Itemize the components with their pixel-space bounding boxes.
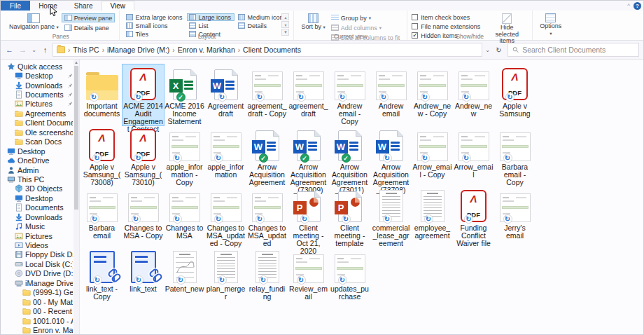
file-item-andrew-email-copy[interactable]: ↻Andrew email - Copy: [329, 64, 370, 125]
options-button[interactable]: Options▾: [537, 12, 564, 38]
file-item-apple-information[interactable]: ↻apple_information: [205, 125, 246, 186]
checkbox-file-name-extensions[interactable]: File name extensions: [412, 22, 480, 30]
file-item-apple-v-samsung-73008-[interactable]: ΛPDF↻Apple v Samsung_(73008): [81, 125, 122, 186]
tab-file[interactable]: File: [1, 1, 30, 11]
sidebar-item-dvd-drive-d-[interactable]: DVD Drive (D:): [1, 269, 79, 278]
file-item-agreement-draft[interactable]: W↻Agreement draft: [205, 64, 246, 125]
group-by-button[interactable]: Group by ▾: [328, 13, 403, 22]
file-item-arrow-acquisition-agreement-73011-[interactable]: W✓Arrow Acquisition Agreement_(73011): [329, 125, 370, 186]
preview-pane-button[interactable]: Preview pane: [62, 13, 115, 22]
sidebar-item-ole-screenshots[interactable]: Ole screenshots: [1, 128, 79, 137]
sidebar-scrollbar[interactable]: ▲: [74, 60, 79, 334]
file-item-andrew-new-copy[interactable]: ↻Andrew_new - Copy: [412, 64, 453, 125]
tab-share[interactable]: Share: [66, 1, 102, 11]
sidebar-item-desktop[interactable]: Desktop: [1, 193, 79, 203]
sidebar-item-music[interactable]: Music: [1, 221, 79, 231]
add-columns-button[interactable]: Add columns ▾: [328, 23, 403, 32]
recent-locations-dropdown-icon[interactable]: ⌄: [30, 43, 38, 56]
file-item-relay-funding[interactable]: ↻relay_funding: [246, 247, 288, 308]
sidebar-item-quick-access[interactable]: Quick access: [1, 62, 79, 71]
file-item-barbara-email[interactable]: ↻Barbara email: [81, 186, 122, 247]
sidebar-item-downloads[interactable]: Downloads: [1, 212, 79, 221]
address-box[interactable]: ›This PC›iManage Drive (M:)›Enron v. Mar…: [52, 43, 482, 57]
layout-option-medium-icons[interactable]: Medium icons: [236, 13, 279, 21]
sidebar-item-this-pc[interactable]: This PC: [1, 175, 79, 184]
file-item-barbara-email-copy[interactable]: ↻Barbara email - Copy: [494, 125, 536, 186]
file-item-andrew-email[interactable]: ↻Andrew email: [370, 64, 412, 125]
file-item-plan-merger[interactable]: ↻plan_merger: [205, 247, 246, 308]
tab-view[interactable]: View: [102, 1, 135, 11]
file-item-review-email[interactable]: ↻Review_email: [288, 247, 329, 308]
sidebar-item-desktop[interactable]: Desktop: [1, 71, 79, 80]
file-item-agreement-draft-copy[interactable]: ↻agreement_draft - Copy: [246, 64, 288, 125]
file-item-client-meeting-oct-21-2020[interactable]: P↻Client meeting - Oct 21, 2020: [288, 186, 329, 247]
sidebar-item-onedrive[interactable]: OneDrive: [1, 156, 79, 165]
sidebar-item-videos[interactable]: Videos: [1, 240, 79, 249]
back-button[interactable]: ←: [4, 43, 15, 56]
file-item-apple-v-samsung[interactable]: ΛPDF↻Apple v Samsung: [494, 64, 536, 125]
sidebar-item-scan-docs[interactable]: Scan Docs: [1, 137, 79, 146]
scrollbar-up-icon[interactable]: ▲: [74, 60, 79, 66]
sidebar-item-desktop[interactable]: Desktop: [1, 146, 79, 156]
sidebar-item-3d-objects[interactable]: 3D Objects: [1, 184, 79, 193]
sidebar-item-imanage-drive-m-[interactable]: iManage Drive (M:): [1, 278, 79, 287]
sidebar-item-documents[interactable]: Documents: [1, 90, 79, 99]
sidebar-item-documents[interactable]: Documents: [1, 203, 79, 212]
sidebar-item-pictures[interactable]: Pictures: [1, 100, 79, 109]
file-item-important-documents[interactable]: ↻Important documents: [81, 64, 122, 125]
file-item-apple-information-copy[interactable]: ↻apple_information - Copy: [164, 125, 205, 186]
sidebar-item-local-disk-c-[interactable]: Local Disk (C:): [1, 259, 79, 268]
sidebar-item-floppy-disk-drive-a-[interactable]: Floppy Disk Drive (A:): [1, 250, 79, 259]
checkbox-item-check-boxes[interactable]: Item check boxes: [412, 13, 480, 21]
file-item-jerry-s-email[interactable]: ↻Jerry's email: [494, 186, 536, 247]
layout-option-extra-large-icons[interactable]: Extra large icons: [124, 13, 186, 21]
layout-option-details[interactable]: Details: [236, 22, 279, 29]
sidebar-item-00-recent-matters[interactable]: 00 - Recent Matters: [1, 306, 79, 315]
file-item-link-text[interactable]: ↻link_text: [122, 247, 164, 308]
file-item-changes-to-msa[interactable]: ↻Changes to MSA: [164, 186, 205, 247]
up-button[interactable]: ↑: [39, 43, 51, 56]
file-item-link-text-copy[interactable]: ↻link_text - Copy: [81, 247, 122, 308]
file-item-andrew-new[interactable]: ↻Andrew_new: [453, 64, 494, 125]
sidebar-item-agreements[interactable]: Agreements: [1, 109, 79, 118]
sidebar-item--9999-1-general-projec[interactable]: (9999-1) General Projec: [1, 288, 79, 297]
breadcrumb-item[interactable]: Enron v. Markhan: [176, 46, 237, 54]
navigation-pane-button[interactable]: Navigation pane ▾: [6, 12, 62, 32]
breadcrumb-item[interactable]: iManage Drive (M:): [106, 46, 171, 54]
file-item-apple-v-samsung-73010-[interactable]: ΛPDF↻Apple v Samsung_(73010): [122, 125, 164, 186]
gallery-up-icon[interactable]: ▴: [281, 13, 289, 20]
sidebar-item-pictures[interactable]: Pictures: [1, 231, 79, 240]
file-item-employee-agreement[interactable]: ↻employee_agreement: [412, 186, 453, 247]
file-item-agreement-draft[interactable]: ↻agreement_draft: [288, 64, 329, 125]
sidebar-item-1001-010-arrow-comp[interactable]: 1001.010 - Arrow Comp: [1, 316, 79, 325]
minimize-ribbon-icon[interactable]: ^: [627, 3, 630, 8]
search-input[interactable]: [522, 46, 634, 54]
file-item-arrow-acquisition-agreement[interactable]: W✓Arrow Acquisition Agreement: [246, 125, 288, 186]
file-item-changes-to-msa-updated-copy[interactable]: ↻Changes to MSA_updated - Copy: [205, 186, 246, 247]
file-item-arrow-acquisition-agreement-73009-[interactable]: W✓Arrow Acquisition Agreement_(73009): [288, 125, 329, 186]
layout-option-large-icons[interactable]: Large icons: [187, 13, 234, 21]
sidebar-item-enron-v-markhan[interactable]: Enron v. Markhan: [1, 325, 79, 334]
sort-by-button[interactable]: Sort by ▾: [298, 12, 328, 32]
file-item-changes-to-msa-updated[interactable]: ↻Changes to MSA_updated: [246, 186, 288, 247]
file-item-acme-2016-income-statement[interactable]: X✓ACME 2016 Income Statement: [164, 64, 205, 125]
file-item-arrow-acquisition-agreement-73708-[interactable]: W↻Arrow Acquisition Agreement_(73708): [370, 125, 412, 186]
file-item-client-meeting-template[interactable]: P↻Client meeting - template: [329, 186, 370, 247]
sidebar-item-client-documents[interactable]: Client Documents: [1, 118, 79, 128]
file-item-arrow-email[interactable]: ↻Arrow_email: [453, 125, 494, 186]
sidebar-item-downloads[interactable]: Downloads: [1, 81, 79, 90]
gallery-down-icon[interactable]: ▾: [281, 21, 289, 28]
help-icon[interactable]: ?: [634, 2, 641, 10]
sidebar-item-admin[interactable]: Admin: [1, 165, 79, 175]
hide-selected-items-button[interactable]: Hide selected items: [486, 12, 528, 46]
scrollbar-thumb[interactable]: [74, 66, 78, 210]
file-item-funding-conflict-waiver-file[interactable]: ΛPDF↻Funding Conflict Waiver file: [453, 186, 494, 247]
sidebar-item-00-my-matters[interactable]: 00 - My Matters: [1, 297, 79, 306]
breadcrumb-item[interactable]: Client Documents: [241, 46, 302, 54]
file-item-commercial-lease-agreement[interactable]: ↻commercial_lease_agreement: [370, 186, 412, 247]
file-item-acme-2014-audit-engagement-contract-1-[interactable]: ΛPDF↻ACME 2014 Audit Engagement Contract…: [122, 64, 164, 125]
file-item-patent-new[interactable]: ↻Patent_new: [164, 247, 205, 308]
forward-button[interactable]: →: [17, 43, 29, 56]
file-item-changes-to-msa-copy[interactable]: ↻Changes to MSA - Copy: [122, 186, 164, 247]
details-pane-button[interactable]: Details pane: [62, 23, 115, 32]
